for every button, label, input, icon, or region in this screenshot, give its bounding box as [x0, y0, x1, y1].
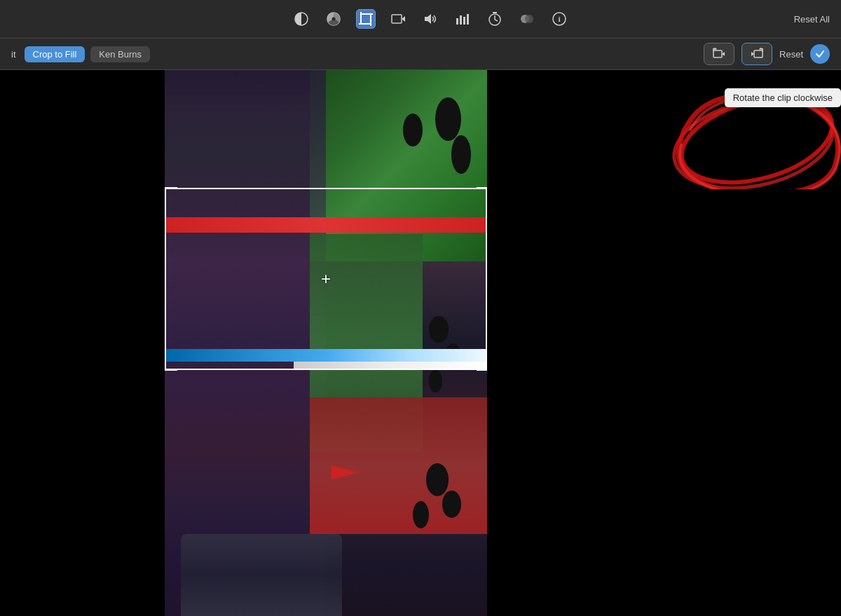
svg-marker-10 — [425, 14, 431, 24]
dark-circle-3 — [403, 114, 423, 146]
svg-rect-14 — [467, 14, 469, 25]
svg-rect-23 — [713, 50, 722, 57]
volume-icon[interactable] — [420, 9, 440, 29]
svg-point-2 — [332, 18, 336, 21]
blue-strip — [165, 349, 487, 362]
svg-text:i: i — [559, 15, 561, 23]
color-wheels-icon[interactable] — [324, 9, 343, 29]
svg-rect-12 — [460, 15, 462, 25]
info-icon[interactable]: i — [549, 9, 569, 29]
svg-rect-11 — [456, 18, 458, 25]
bottom-cylinder — [181, 534, 342, 616]
rotate-clockwise-tooltip: Rotate the clip clockwise — [725, 88, 841, 107]
video-properties-icon[interactable] — [388, 9, 408, 29]
dark-circle-8 — [442, 491, 462, 518]
reset-button[interactable]: Reset — [779, 49, 803, 60]
red-section — [310, 397, 487, 534]
speed-icon[interactable] — [485, 9, 505, 29]
main-toolbar: i Reset All — [0, 0, 841, 39]
video-preview[interactable]: + — [165, 70, 487, 616]
dark-circle-2 — [451, 135, 471, 174]
toolbar2-right: Reset — [704, 43, 830, 65]
keying-icon[interactable] — [517, 9, 537, 29]
white-strip — [294, 362, 487, 370]
svg-rect-3 — [361, 14, 371, 24]
svg-point-20 — [525, 15, 533, 23]
red-strip-top — [165, 217, 487, 233]
crop-toolbar: it Crop to Fill Ken Burns Reset — [0, 39, 841, 70]
reset-all-button[interactable]: Reset All — [794, 14, 830, 25]
confirm-button[interactable] — [810, 44, 830, 64]
toolbar-icons: i — [67, 9, 794, 29]
rotate-right-button[interactable] — [741, 43, 772, 65]
dark-circle-6 — [429, 370, 442, 392]
color-balance-icon[interactable] — [292, 9, 311, 29]
right-dark-area — [487, 70, 841, 616]
left-dark-area — [0, 70, 165, 616]
svg-line-17 — [495, 20, 498, 21]
svg-rect-13 — [463, 17, 465, 25]
ken-burns-button[interactable]: Ken Burns — [90, 46, 150, 62]
crop-icon[interactable] — [356, 9, 376, 29]
fit-label: it — [11, 49, 16, 60]
main-preview-area: + — [0, 70, 841, 616]
crop-to-fill-button[interactable]: Crop to Fill — [25, 46, 86, 62]
dark-circle-7 — [426, 463, 449, 496]
toolbar-right-controls: Reset All — [794, 14, 830, 25]
svg-rect-8 — [392, 15, 402, 23]
svg-rect-24 — [754, 50, 763, 57]
rotate-left-button[interactable] — [704, 43, 734, 65]
equalizer-icon[interactable] — [453, 9, 472, 29]
dark-circle-4 — [429, 316, 449, 343]
